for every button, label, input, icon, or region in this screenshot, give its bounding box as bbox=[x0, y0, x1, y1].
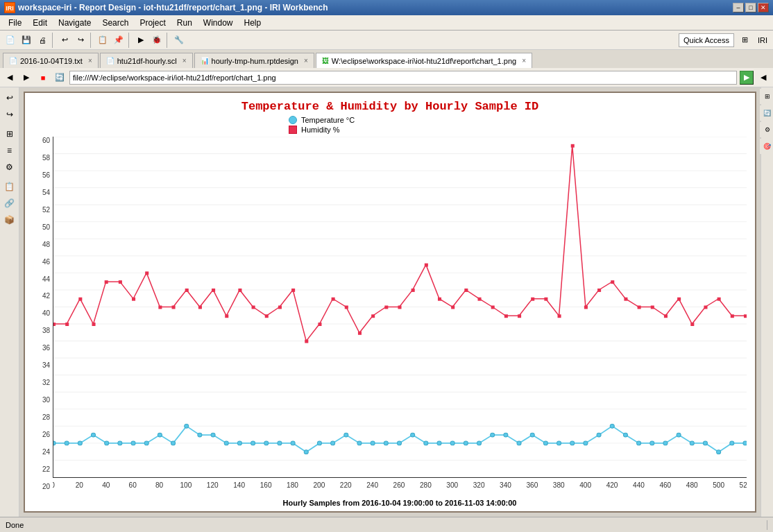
tools-button[interactable]: 🔧 bbox=[171, 33, 187, 48]
sidebar-btn-2[interactable]: ↪ bbox=[2, 107, 17, 122]
svg-point-113 bbox=[570, 441, 575, 445]
sidebar-btn-8[interactable]: 📦 bbox=[2, 212, 17, 228]
undo-button[interactable]: ↩ bbox=[57, 33, 72, 48]
svg-rect-58 bbox=[544, 298, 547, 301]
svg-rect-64 bbox=[624, 298, 627, 301]
tab-png-close[interactable]: × bbox=[522, 57, 526, 65]
svg-point-112 bbox=[557, 441, 561, 445]
copy-button[interactable]: 📋 bbox=[95, 33, 110, 48]
svg-text:340: 340 bbox=[500, 481, 511, 489]
menu-help[interactable]: Help bbox=[239, 17, 267, 29]
svg-text:20: 20 bbox=[76, 481, 84, 489]
menu-edit[interactable]: Edit bbox=[27, 17, 53, 29]
sidebar-btn-6[interactable]: 📋 bbox=[2, 179, 17, 194]
svg-point-83 bbox=[171, 441, 176, 445]
tab-rpt[interactable]: 📊 hourly-tmp-hum.rptdesign × bbox=[194, 53, 314, 68]
forward-button[interactable]: ▶ bbox=[19, 71, 33, 85]
sidebar-btn-1[interactable]: ↩ bbox=[2, 90, 17, 105]
svg-rect-51 bbox=[451, 306, 455, 309]
chart-svg-wrapper bbox=[53, 137, 747, 478]
tab-rpt-close[interactable]: × bbox=[304, 57, 308, 65]
maximize-button[interactable]: □ bbox=[745, 3, 756, 12]
stop-button[interactable]: ■ bbox=[36, 71, 50, 85]
tab-txt-close[interactable]: × bbox=[88, 57, 92, 65]
svg-point-75 bbox=[65, 441, 69, 445]
debug-button[interactable]: 🐞 bbox=[149, 33, 164, 48]
svg-point-95 bbox=[331, 441, 335, 445]
redo-button[interactable]: ↪ bbox=[73, 33, 88, 48]
refresh-button[interactable]: 🔄 bbox=[53, 71, 67, 85]
sidebar-btn-3[interactable]: ⊞ bbox=[2, 126, 17, 141]
back-button[interactable]: ◀ bbox=[3, 71, 17, 85]
svg-point-122 bbox=[690, 441, 694, 445]
svg-text:280: 280 bbox=[420, 481, 432, 489]
chart-frame: Temperature & Humidity by Hourly Sample … bbox=[24, 92, 756, 513]
svg-rect-59 bbox=[558, 314, 561, 318]
svg-point-89 bbox=[251, 441, 255, 445]
svg-text:140: 140 bbox=[233, 481, 245, 489]
right-sidebar-btn-4[interactable]: 🎯 bbox=[760, 139, 774, 154]
svg-text:160: 160 bbox=[260, 481, 272, 489]
menu-window[interactable]: Window bbox=[198, 17, 239, 29]
right-sidebar-btn-1[interactable]: ⊞ bbox=[760, 89, 774, 104]
sidebar-btn-4[interactable]: ≡ bbox=[2, 143, 17, 158]
tab-scl[interactable]: 📄 htu21df-hourly.scl × bbox=[100, 53, 193, 68]
svg-rect-71 bbox=[717, 298, 721, 301]
tab-txt[interactable]: 📄 2016-10-04T19.txt × bbox=[3, 53, 99, 68]
legend-temp-label: Temperature °C bbox=[301, 116, 355, 124]
x-axis-labels: 0 20 40 60 80 100 120 140 160 180 200 22… bbox=[53, 478, 747, 499]
svg-point-91 bbox=[278, 441, 282, 445]
svg-text:400: 400 bbox=[579, 481, 591, 489]
svg-rect-72 bbox=[731, 314, 734, 318]
svg-point-93 bbox=[304, 450, 308, 454]
tab-png-icon: 🖼 bbox=[322, 57, 329, 65]
svg-text:420: 420 bbox=[606, 481, 618, 489]
svg-rect-53 bbox=[478, 298, 482, 301]
menu-run[interactable]: Run bbox=[171, 17, 198, 29]
svg-point-81 bbox=[144, 441, 148, 445]
paste-button[interactable]: 📌 bbox=[111, 33, 126, 48]
svg-text:460: 460 bbox=[659, 481, 671, 489]
chart-inner: 0 20 40 60 80 100 120 140 160 180 200 22… bbox=[53, 137, 747, 511]
svg-rect-66 bbox=[651, 306, 654, 309]
go-button[interactable]: ▶ bbox=[740, 71, 754, 85]
svg-point-85 bbox=[198, 433, 202, 437]
save-button[interactable]: 💾 bbox=[19, 33, 34, 48]
sidebar-btn-5[interactable]: ⚙ bbox=[2, 160, 17, 175]
menu-search[interactable]: Search bbox=[96, 17, 134, 29]
quick-access-label: Quick Access bbox=[683, 36, 729, 44]
svg-rect-36 bbox=[252, 306, 255, 309]
svg-rect-63 bbox=[611, 280, 614, 284]
status-text: Done bbox=[6, 521, 24, 529]
svg-point-86 bbox=[211, 433, 215, 437]
menu-file[interactable]: File bbox=[3, 17, 27, 29]
window-title: workspace-iri - Report Design - iot-htu2… bbox=[18, 3, 328, 12]
svg-point-110 bbox=[530, 433, 534, 437]
svg-point-101 bbox=[411, 433, 415, 437]
right-sidebar-btn-3[interactable]: ⚙ bbox=[760, 122, 774, 137]
menu-project[interactable]: Project bbox=[134, 17, 171, 29]
new-button[interactable]: 📄 bbox=[3, 33, 18, 48]
tab-scl-close[interactable]: × bbox=[182, 57, 187, 65]
svg-rect-54 bbox=[491, 306, 495, 309]
perspectives-button[interactable]: ⊞ bbox=[737, 33, 752, 48]
run-button[interactable]: ▶ bbox=[133, 33, 148, 48]
back2-button[interactable]: ◀ bbox=[756, 71, 770, 85]
workbench-button[interactable]: IRI bbox=[755, 33, 770, 48]
print-button[interactable]: 🖨 bbox=[35, 33, 50, 48]
tab-scl-icon: 📄 bbox=[106, 57, 114, 65]
menu-navigate[interactable]: Navigate bbox=[53, 17, 96, 29]
svg-point-118 bbox=[637, 441, 641, 445]
svg-rect-35 bbox=[238, 289, 241, 292]
svg-point-80 bbox=[131, 441, 135, 445]
svg-point-119 bbox=[650, 441, 654, 445]
tab-png[interactable]: 🖼 W:\eclipse\workspace-iri\iot-htu21df\r… bbox=[316, 53, 532, 68]
right-sidebar-btn-2[interactable]: 🔄 bbox=[760, 105, 774, 121]
quick-access-box[interactable]: Quick Access bbox=[679, 33, 734, 47]
tab-rpt-label: hourly-tmp-hum.rptdesign bbox=[212, 57, 298, 65]
close-button[interactable]: ✕ bbox=[758, 3, 769, 12]
sidebar-btn-7[interactable]: 🔗 bbox=[2, 196, 17, 211]
address-input[interactable] bbox=[69, 71, 737, 85]
svg-point-79 bbox=[118, 441, 122, 445]
minimize-button[interactable]: – bbox=[733, 3, 744, 12]
